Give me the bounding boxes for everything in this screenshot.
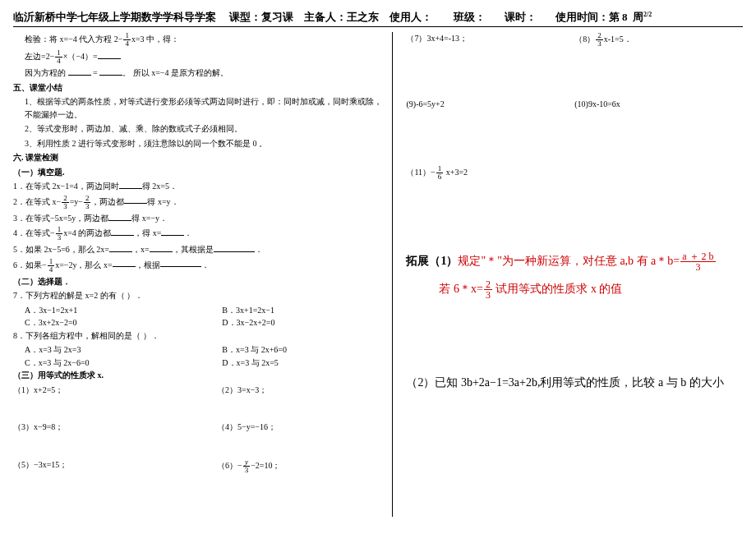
document-header: 临沂新桥中学七年级上学期数学学科导学案 课型：复习课 主备人：王之东 使用人： …: [13, 10, 743, 27]
fill-3: 3．在等式−5x=5y，两边都得 x=−y．: [13, 212, 384, 225]
extension-label: 拓展（1）: [406, 255, 458, 267]
right-column: （7）3x+4=-13； （8）23x-1=5． (9)-6=5y+2 (10)…: [393, 32, 743, 517]
blank-field: [109, 244, 132, 252]
prob-7: （7）3x+4=-13；: [406, 32, 574, 48]
fraction-1-4: 14: [55, 49, 62, 65]
user-label: 使用人：: [390, 11, 432, 23]
prob-8: （8）23x-1=5．: [574, 32, 743, 48]
prob-11: （11）−16 x+3=2: [406, 165, 743, 181]
fraction-2-3: 23: [62, 195, 69, 210]
blank-field: [108, 213, 131, 221]
prop-3-4: （3）x−9=8；（4）5−y=−16；: [13, 421, 384, 434]
choice-7: 7．下列方程的解是 x=2 的有（ ）．: [13, 289, 384, 302]
fill-title: （一）填空题.: [13, 166, 384, 179]
fill-1: 1．在等式 2x−1=4，两边同时得 2x=5．: [13, 180, 384, 193]
page-number: 2/2: [643, 11, 652, 18]
week-suffix: 周: [633, 11, 643, 23]
blank-field: [150, 244, 173, 252]
blank-field: [124, 196, 147, 204]
fill-5: 5．如果 2x−5=6，那么 2x=，x=，其根据是．: [13, 243, 384, 256]
type-label: 课型：: [229, 11, 261, 23]
prob-9: (9)-6=5y+2: [406, 98, 574, 111]
right-7-8: （7）3x+4=-13； （8）23x-1=5．: [406, 32, 743, 48]
fraction-1-3: 13: [56, 226, 63, 242]
content-columns: 检验：将 x=−4 代入方程 2−14x=3 中，得： 左边=2−14×（−4）…: [13, 32, 743, 517]
blank-field: [119, 181, 142, 189]
fraction-2-3: 23: [84, 195, 91, 210]
choice-8: 8．下列各组方程中，解相同的是（ ）．: [13, 329, 384, 343]
class-label: 班级：: [454, 11, 486, 23]
prop-6: （6）−y3−2=10；: [217, 458, 384, 474]
check-line: 检验：将 x=−4 代入方程 2−14x=3 中，得：: [25, 32, 384, 48]
leftside-line: 左边=2−14×（−4）=: [25, 49, 384, 65]
prop-5-6: （5）−3x=15； （6）−y3−2=10；: [13, 458, 384, 474]
choice-8-cd: C．x=3 与 2x−6=0D．x=3 与 2x=5: [25, 357, 384, 370]
prob-10: (10)9x-10=6x: [574, 98, 743, 111]
summary-2: 2、等式变形时，两边加、减、乘、除的数或式子必须相同。: [25, 122, 384, 136]
because-line: 因为方程的 = 。 所以 x=−4 是原方程的解。: [25, 67, 384, 80]
fraction-2-3: 23: [484, 279, 492, 300]
blank-field: [99, 67, 122, 76]
usetime-label: 使用时间：第: [555, 11, 620, 23]
fill-6: 6．如果−14x=−2y，那么 x=，根据．: [13, 258, 384, 274]
choice-7-cd: C．3x+2x−2=0D．3x−2x+2=0: [25, 316, 384, 329]
fraction-1-4: 14: [48, 258, 55, 274]
choice-7-ab: A．3x−1=2x+1B．3x+1=2x−1: [25, 304, 384, 317]
type-value: 复习课: [261, 11, 293, 23]
section-5-title: 五、课堂小结: [13, 81, 384, 94]
blank-field: [98, 51, 121, 59]
summary-1: 1、根据等式的两条性质，对等式进行变形必须等式两边同时进行，即：同时加或减，同时…: [25, 95, 384, 121]
choice-8-ab: A．x=3 与 2x=3B．x=3 与 2x+6=0: [25, 343, 384, 357]
fraction-2-3: 23: [596, 32, 603, 48]
blank-field: [214, 244, 255, 252]
summary-3: 3、利用性质 2 进行等式变形时，须注意除以的同一个数不能是 0 。: [25, 137, 384, 150]
extension-1: 拓展（1）规定"＊"为一种新运算，对任意 a,b 有 a＊b=a ＋ 2 b3: [406, 251, 743, 272]
extension-1b: 若 6＊x=23 试用等式的性质求 x 的值: [439, 279, 743, 300]
blank-field: [113, 259, 136, 267]
school-name: 临沂新桥中学七年级上学期数学学科导学案: [13, 11, 216, 23]
fraction-y-3: y3: [243, 458, 251, 474]
property-title: （三）用等式的性质求 x.: [13, 369, 384, 382]
fill-2: 2．在等式 x−23=y−23，两边都得 x=y．: [13, 195, 384, 210]
blank-field: [68, 67, 91, 76]
blank-field: [160, 259, 201, 267]
blank-field: [161, 228, 184, 236]
left-column: 检验：将 x=−4 代入方程 2−14x=3 中，得： 左边=2−14×（−4）…: [13, 32, 392, 517]
prop-1-2: （1）x+2=5；（2）3=x−3；: [13, 384, 384, 397]
right-9-10: (9)-6=5y+2 (10)9x-10=6x: [406, 98, 743, 111]
period-label: 课时：: [505, 11, 537, 23]
fraction-1-4: 14: [123, 32, 131, 48]
choice-title: （二）选择题．: [13, 275, 384, 288]
week-value: 8: [622, 11, 628, 23]
fill-4: 4．在等式−13x=4 的两边都，得 x=．: [13, 226, 384, 242]
fraction-a-2b-3: a ＋ 2 b3: [680, 251, 715, 272]
organizer-label: 主备人：: [304, 11, 347, 23]
fraction-1-6: 16: [436, 165, 444, 181]
extension-2: （2）已知 3b+2a−1=3a+2b,利用等式的性质，比较 a 与 b 的大小: [406, 374, 743, 392]
organizer-value: 王之东: [347, 11, 379, 23]
blank-field: [111, 228, 134, 236]
section-6-title: 六. 课堂检测: [13, 151, 384, 164]
